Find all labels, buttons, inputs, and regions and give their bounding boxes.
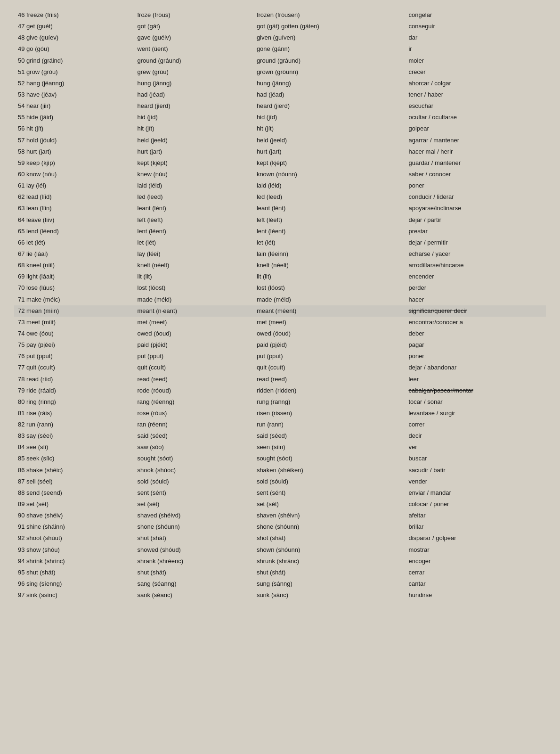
verb-pp: laid (léid)	[253, 180, 405, 191]
verb-past: sought (sóot)	[133, 453, 252, 464]
verb-spanish: brillar	[405, 521, 546, 533]
verb-num-base: 74 owe (óou)	[14, 328, 133, 339]
verb-pp: said (séed)	[253, 430, 405, 442]
verb-spanish: disparar / golpear	[405, 533, 546, 544]
verb-num-base: 82 run (rann)	[14, 419, 133, 430]
verb-past: left (léeft)	[133, 214, 252, 226]
verb-num-base: 88 send (seend)	[14, 487, 133, 499]
table-row: 81 rise (ráis)rose (róus)risen (rissen)l…	[14, 408, 546, 419]
verb-num-base: 48 give (guíev)	[14, 32, 133, 43]
table-row: 51 grow (gróu)grew (grúu)grown (gróunn)c…	[14, 66, 546, 78]
verb-past: sang (séanng)	[133, 578, 252, 590]
verb-pp: hid (jíd)	[253, 112, 405, 123]
verb-spanish: deber	[405, 328, 546, 339]
table-row: 70 lose (lúus)lost (lóost)lost (lóost)pe…	[14, 282, 546, 294]
verb-pp: sold (sóuld)	[253, 476, 405, 487]
verb-spanish: hundirse	[405, 590, 546, 601]
table-row: 46 freeze (friis)froze (fróus)frozen (fr…	[14, 9, 546, 21]
verb-pp: hit (jít)	[253, 123, 405, 134]
verb-num-base: 60 know (nóu)	[14, 169, 133, 180]
verb-past: held (jeeld)	[133, 135, 252, 146]
verb-past: paid (pjéid)	[133, 339, 252, 351]
verb-past: hid (jíd)	[133, 112, 252, 123]
verb-pp: gone (gánn)	[253, 43, 405, 55]
verb-spanish: cabalgar/pasear/montar	[405, 385, 546, 396]
verb-pp: kept (kjépt)	[253, 157, 405, 169]
verb-spanish: congelar	[405, 9, 546, 21]
verb-pp: shone (shóunn)	[253, 521, 405, 533]
verb-spanish: encontrar/conocer a	[405, 317, 546, 328]
verb-spanish: poner	[405, 351, 546, 362]
table-row: 88 send (seend)sent (sént)sent (sént)env…	[14, 487, 546, 499]
verb-num-base: 46 freeze (friis)	[14, 9, 133, 21]
verb-past: gave (guéiv)	[133, 32, 252, 43]
verb-spanish: vender	[405, 476, 546, 487]
verb-past: froze (fróus)	[133, 9, 252, 21]
verb-pp: shrunk (shránc)	[253, 556, 405, 567]
verb-spanish: dejar / partir	[405, 214, 546, 226]
verb-spanish: buscar	[405, 453, 546, 464]
verb-num-base: 53 have (jéav)	[14, 89, 133, 100]
verb-past: knew (núu)	[133, 169, 252, 180]
verb-spanish: golpear	[405, 123, 546, 134]
verb-past: quit (ccuít)	[133, 362, 252, 373]
verb-pp: knelt (néelt)	[253, 260, 405, 271]
verb-past: ran (réenn)	[133, 419, 252, 430]
verb-num-base: 69 light (láait)	[14, 271, 133, 282]
table-row: 47 get (guét)got (gát)got (gát) gotten (…	[14, 21, 546, 32]
table-row: 90 shave (shéiv)shaved (shéivd)shaven (s…	[14, 510, 546, 521]
verb-conjugation-table: 46 freeze (friis)froze (fróus)frozen (fr…	[14, 9, 546, 601]
verb-past: shone (shóunn)	[133, 521, 252, 533]
verb-past: sent (sént)	[133, 487, 252, 499]
verb-past: got (gát)	[133, 21, 252, 32]
verb-past: shot (shát)	[133, 533, 252, 544]
verb-pp: shaven (shéivn)	[253, 510, 405, 521]
verb-num-base: 89 set (sét)	[14, 499, 133, 510]
verb-num-base: 52 hang (jéanng)	[14, 78, 133, 89]
table-row: 72 mean (míin)meant (n·eant)meant (méent…	[14, 305, 546, 317]
verb-num-base: 92 shoot (shúut)	[14, 533, 133, 544]
verb-pp: set (sét)	[253, 499, 405, 510]
verb-pp: lain (léeinn)	[253, 248, 405, 260]
table-row: 86 shake (shéic)shook (shúoc)shaken (shé…	[14, 465, 546, 476]
verb-spanish: arrodillarse/hincarse	[405, 260, 546, 271]
verb-num-base: 47 get (guét)	[14, 21, 133, 32]
verb-num-base: 62 lead (líid)	[14, 191, 133, 203]
verb-past: kept (kjépt)	[133, 157, 252, 169]
verb-pp: left (léeft)	[253, 214, 405, 226]
table-row: 89 set (sét)set (sét)set (sét)colocar / …	[14, 499, 546, 510]
verb-past: read (reed)	[133, 374, 252, 385]
verb-num-base: 83 say (séei)	[14, 430, 133, 442]
verb-num-base: 65 lend (léend)	[14, 226, 133, 237]
verb-spanish: ver	[405, 442, 546, 453]
table-row: 93 show (shóu)showed (shóud)shown (shóun…	[14, 544, 546, 556]
verb-spanish: colocar / poner	[405, 499, 546, 510]
verb-num-base: 61 lay (léi)	[14, 180, 133, 191]
verb-past: had (jéad)	[133, 89, 252, 100]
table-row: 77 quit (ccuít)quit (ccuít)quit (ccuít)d…	[14, 362, 546, 373]
table-row: 60 know (nóu)knew (núu)known (nóunn)sabe…	[14, 169, 546, 180]
verb-past: shut (shát)	[133, 567, 252, 578]
verb-spanish: escuchar	[405, 100, 546, 112]
verb-num-base: 84 see (síi)	[14, 442, 133, 453]
verb-num-base: 63 lean (líin)	[14, 203, 133, 214]
verb-pp: let (lét)	[253, 237, 405, 248]
verb-num-base: 73 meet (míit)	[14, 317, 133, 328]
verb-pp: known (nóunn)	[253, 169, 405, 180]
verb-spanish: dar	[405, 32, 546, 43]
table-row: 65 lend (léend)lent (léent)lent (léent)p…	[14, 226, 546, 237]
verb-spanish: mostrar	[405, 544, 546, 556]
table-row: 97 sink (ssínc)sank (séanc)sunk (sánc)hu…	[14, 590, 546, 601]
verb-spanish: ir	[405, 43, 546, 55]
verb-spanish: leer	[405, 374, 546, 385]
verb-spanish: sacudir / batir	[405, 465, 546, 476]
verb-past: put (pput)	[133, 351, 252, 362]
verb-spanish: afeitar	[405, 510, 546, 521]
verb-num-base: 90 shave (shéiv)	[14, 510, 133, 521]
verb-past: hit (jít)	[133, 123, 252, 134]
verb-past: rang (réenng)	[133, 396, 252, 408]
verb-pp: heard (jierd)	[253, 100, 405, 112]
verb-num-base: 80 ring (rinng)	[14, 396, 133, 408]
verb-spanish: guardar / mantener	[405, 157, 546, 169]
table-row: 83 say (séei)said (séed)said (séed)decir	[14, 430, 546, 442]
